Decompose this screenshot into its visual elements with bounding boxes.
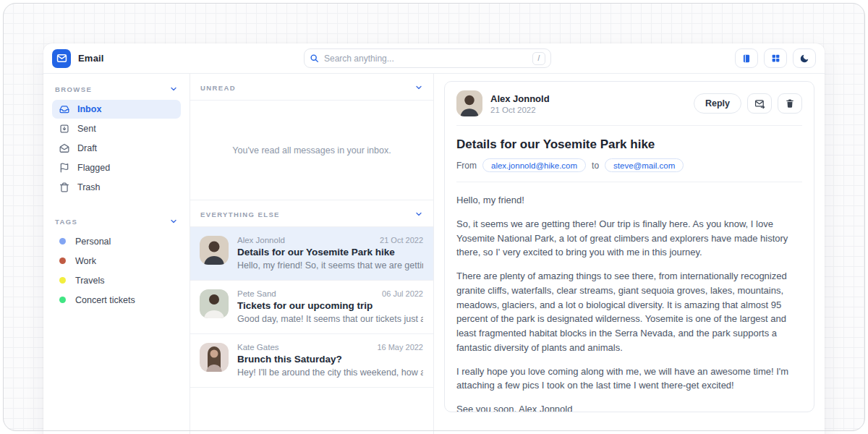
sidebar-item-sent[interactable]: Sent <box>52 119 181 138</box>
email-summary: Pete Sand 06 Jul 2022 Tickets for our up… <box>237 289 423 324</box>
browse-label: BROWSE <box>55 85 92 93</box>
sidebar-item-draft[interactable]: Draft <box>52 139 181 158</box>
delete-button[interactable] <box>778 93 802 114</box>
email-sender: Alex Jonnold <box>237 236 285 244</box>
sidebar-item-label: Flagged <box>77 163 110 173</box>
draft-icon <box>59 143 69 153</box>
trash-icon <box>59 182 69 192</box>
sidebar-item-label: Sent <box>77 124 96 134</box>
email-date: 06 Jul 2022 <box>382 289 423 298</box>
sidebar-item-inbox[interactable]: Inbox <box>52 100 181 119</box>
from-email-pill[interactable]: alex.jonnold@hike.com <box>482 158 586 172</box>
chevron-down-icon[interactable] <box>169 85 178 93</box>
email-date: 16 May 2022 <box>377 343 423 352</box>
sent-icon <box>59 124 69 134</box>
email-sender: Pete Sand <box>237 289 276 298</box>
chevron-down-icon[interactable] <box>414 83 423 92</box>
app-title: Email <box>78 53 104 64</box>
avatar <box>200 343 229 372</box>
detail-sender-block: Alex Jonnold 21 Oct 2022 <box>490 93 550 114</box>
apps-grid-button[interactable] <box>764 48 787 68</box>
detail-sender-name: Alex Jonnold <box>490 93 550 104</box>
from-label: From <box>456 161 477 171</box>
tag-item-travels[interactable]: Travels <box>52 271 181 290</box>
email-subject: Details for our Yosemite Park hike <box>237 247 423 258</box>
sidebar: BROWSE Inbox Sent Draft Flagged <box>43 74 190 434</box>
main-layout: BROWSE Inbox Sent Draft Flagged <box>43 74 825 434</box>
email-summary: Alex Jonnold 21 Oct 2022 Details for our… <box>237 236 423 271</box>
detail-header: Alex Jonnold 21 Oct 2022 Reply <box>456 90 802 125</box>
sidebar-item-label: Draft <box>77 143 97 153</box>
to-label: to <box>592 161 599 171</box>
body-paragraph: See you soon, Alex Jonnold <box>456 402 802 412</box>
tags-section: TAGS Personal Work Travels <box>52 216 181 310</box>
email-list-item[interactable]: Alex Jonnold 21 Oct 2022 Details for our… <box>190 227 433 281</box>
email-preview: Good day, mate! It seems that our ticket… <box>237 314 423 324</box>
tag-label: Concert tickets <box>75 295 135 305</box>
email-detail-card: Alex Jonnold 21 Oct 2022 Reply <box>444 81 814 412</box>
book-button[interactable] <box>735 48 758 68</box>
everything-else-label: EVERYTHING ELSE <box>200 210 280 218</box>
body-paragraph: Hello, my friend! <box>456 193 802 208</box>
unread-label: UNREAD <box>200 84 236 92</box>
avatar <box>456 90 482 116</box>
sidebar-item-label: Inbox <box>77 104 101 114</box>
body-paragraph: I really hope you love coming along with… <box>456 365 802 393</box>
email-list-item[interactable]: Kate Gates 16 May 2022 Brunch this Satur… <box>190 334 433 388</box>
flag-icon <box>59 163 69 173</box>
body-paragraph: So, it seems we are getting there! Our t… <box>456 217 802 260</box>
screen: Email Search anything... / <box>0 0 868 434</box>
detail-actions: Reply <box>694 93 802 114</box>
tag-label: Work <box>75 256 96 266</box>
to-email-pill[interactable]: steve@mail.com <box>605 158 684 172</box>
tag-color-dot <box>59 277 66 284</box>
reply-button[interactable]: Reply <box>694 93 741 114</box>
tag-color-dot <box>59 238 66 244</box>
email-detail-column: Alex Jonnold 21 Oct 2022 Reply <box>434 74 825 434</box>
sidebar-item-trash[interactable]: Trash <box>52 178 181 197</box>
body-paragraph: There are plenty of amazing things to se… <box>456 269 802 355</box>
tag-item-personal[interactable]: Personal <box>52 231 181 251</box>
email-preview: Hello, my friend! So, it seems that we a… <box>237 260 423 271</box>
search-shortcut-badge: / <box>532 52 545 65</box>
email-subject: Brunch this Saturday? <box>237 354 423 365</box>
envelope-forward-icon <box>754 98 765 109</box>
email-subject: Tickets for our upcoming trip <box>237 300 423 311</box>
forward-button[interactable] <box>747 93 772 114</box>
email-app-window: Email Search anything... / <box>43 43 825 434</box>
topbar-actions <box>735 48 816 68</box>
tag-label: Personal <box>75 237 111 247</box>
email-body: Hello, my friend! So, it seems we are ge… <box>456 182 802 412</box>
detail-date: 21 Oct 2022 <box>490 106 550 114</box>
divider <box>456 125 802 126</box>
dark-mode-button[interactable] <box>793 48 816 68</box>
tag-item-concert-tickets[interactable]: Concert tickets <box>52 290 181 310</box>
tags-section-header: TAGS <box>52 216 181 231</box>
email-preview: Hey! I'll be around the city this weeken… <box>237 367 423 378</box>
email-list-item[interactable]: Pete Sand 06 Jul 2022 Tickets for our up… <box>190 281 433 334</box>
tag-item-work[interactable]: Work <box>52 251 181 271</box>
unread-empty-state: You've read all messages in your inbox. <box>190 101 433 200</box>
detail-subject: Details for our Yosemite Park hike <box>456 137 802 152</box>
search-input[interactable]: Search anything... / <box>304 48 551 68</box>
top-bar: Email Search anything... / <box>43 43 825 74</box>
email-date: 21 Oct 2022 <box>380 236 423 244</box>
chevron-down-icon[interactable] <box>414 210 423 218</box>
tag-color-dot <box>59 297 66 303</box>
tag-color-dot <box>59 258 66 264</box>
unread-empty-text: You've read all messages in your inbox. <box>232 145 391 156</box>
email-summary: Kate Gates 16 May 2022 Brunch this Satur… <box>237 343 423 378</box>
app-logo <box>52 49 71 68</box>
book-icon <box>741 54 752 64</box>
tag-label: Travels <box>75 276 105 286</box>
chevron-down-icon[interactable] <box>169 217 178 226</box>
search-icon <box>310 54 319 63</box>
unread-section-header: UNREAD <box>190 74 433 101</box>
sidebar-item-flagged[interactable]: Flagged <box>52 158 181 177</box>
email-sender: Kate Gates <box>237 343 279 352</box>
browse-section-header: BROWSE <box>52 83 181 99</box>
sidebar-item-label: Trash <box>77 182 101 192</box>
trash-icon <box>785 98 795 109</box>
envelope-icon <box>56 53 67 64</box>
search-placeholder: Search anything... <box>324 54 532 64</box>
